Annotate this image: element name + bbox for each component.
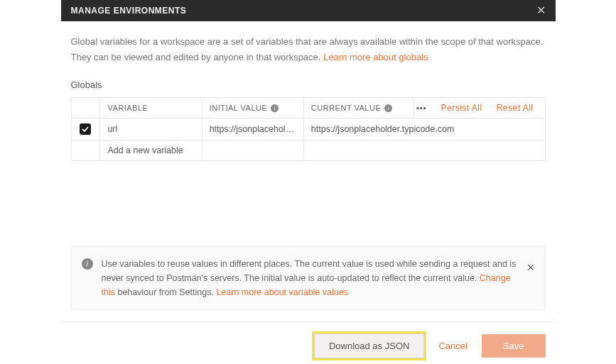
col-initial-header: INITIAL VALUE i [202, 98, 303, 118]
banner-text-b: behaviour from Settings. [115, 287, 216, 297]
col-variable-header: VARIABLE [100, 98, 202, 118]
manage-environments-dialog: MANAGE ENVIRONMENTS ✕ Global variables f… [61, 0, 556, 358]
new-initial-cell[interactable] [202, 140, 303, 161]
dialog-title: MANAGE ENVIRONMENTS [71, 6, 187, 16]
info-banner: i Use variables to reuse values in diffe… [71, 246, 546, 310]
banner-text: Use variables to reuse values in differe… [102, 257, 517, 299]
info-icon: i [82, 258, 93, 270]
download-json-button[interactable]: Download as JSON [314, 333, 424, 358]
more-options-icon[interactable]: ••• [414, 104, 431, 112]
initial-header-label: INITIAL VALUE [210, 104, 268, 112]
save-button[interactable]: Save [482, 334, 546, 358]
cancel-button[interactable]: Cancel [434, 334, 471, 358]
info-icon[interactable]: i [384, 104, 392, 112]
persist-all-link[interactable]: Persist All [441, 103, 482, 113]
learn-globals-link[interactable]: Learn more about globals [323, 52, 428, 62]
table-row[interactable]: url https://jsonplacehold... https://jso… [71, 118, 545, 140]
new-current-cell[interactable] [303, 140, 545, 161]
table-row-new[interactable]: Add a new variable [71, 140, 545, 161]
initial-value-cell[interactable]: https://jsonplacehold... [202, 118, 303, 140]
banner-text-a: Use variables to reuse values in differe… [102, 259, 517, 283]
col-actions-header: ••• Persist All Reset All [414, 98, 545, 118]
col-current-header: CURRENT VALUE i [303, 98, 414, 118]
section-title: Globals [71, 79, 546, 90]
col-check-header [71, 98, 100, 118]
learn-variables-link[interactable]: Learn more about variable values [216, 287, 348, 297]
dialog-header: MANAGE ENVIRONMENTS ✕ [61, 0, 556, 21]
globals-table: VARIABLE INITIAL VALUE i CURRENT VALUE i [71, 97, 546, 161]
dialog-footer: Download as JSON Cancel Save [61, 322, 556, 358]
current-value-cell[interactable]: https://jsonplaceholder.typicode.com [303, 118, 545, 140]
variable-header-label: VARIABLE [107, 104, 148, 112]
close-icon[interactable]: ✕ [536, 5, 546, 16]
table-header-row: VARIABLE INITIAL VALUE i CURRENT VALUE i [71, 98, 545, 118]
intro-text: Global variables for a workspace are a s… [71, 34, 546, 65]
check-icon [82, 126, 89, 133]
close-icon[interactable]: ✕ [526, 260, 535, 275]
row-checkbox[interactable] [80, 123, 91, 135]
new-variable-placeholder[interactable]: Add a new variable [100, 140, 202, 161]
info-icon[interactable]: i [271, 104, 279, 112]
dialog-body: Global variables for a workspace are a s… [61, 21, 556, 310]
intro-description: Global variables for a workspace are a s… [71, 36, 544, 62]
current-header-label: CURRENT VALUE [311, 104, 381, 112]
variable-cell[interactable]: url [100, 118, 202, 140]
reset-all-link[interactable]: Reset All [497, 103, 534, 113]
